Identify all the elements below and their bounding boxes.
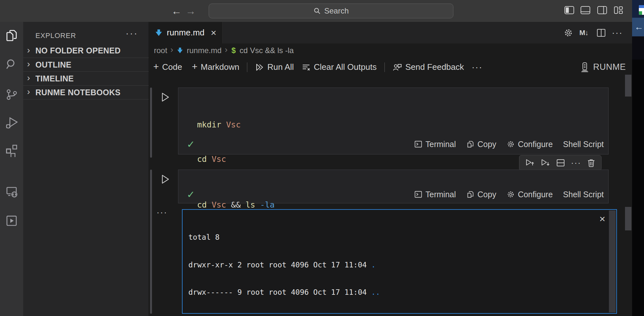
sidebar-sections: › NO FOLDER OPENED › OUTLINE › TIMELINE … <box>23 44 149 99</box>
chevron-right-icon: › <box>27 60 35 69</box>
copy-button[interactable]: Copy <box>466 140 496 149</box>
sidebar-more-actions-icon[interactable]: ··· <box>126 28 138 39</box>
output-scrollbar-thumb[interactable] <box>625 207 631 230</box>
cell-status-bar: Terminal Copy Configure Shell Script <box>414 190 604 199</box>
cell-hover-toolbar: ··· <box>519 155 601 171</box>
search-icon <box>313 7 321 15</box>
runme-panel-icon[interactable] <box>0 213 23 228</box>
execute-cell-and-below-icon[interactable] <box>541 158 550 167</box>
explorer-sidebar: EXPLORER ··· › NO FOLDER OPENED › OUTLIN… <box>23 22 149 316</box>
breadcrumb: root › runme.md › $ cd Vsc && ls -la <box>154 43 294 57</box>
chevron-right-icon: › <box>170 45 173 55</box>
notebook-settings-gear-icon[interactable] <box>563 28 574 38</box>
history-back-icon[interactable]: ← <box>170 3 183 19</box>
editor-more-actions-icon[interactable]: ··· <box>612 28 623 38</box>
cell-status-bar: Terminal Copy Configure Shell Script <box>414 140 604 149</box>
terminal-scrollbar[interactable] <box>609 210 616 312</box>
copy-button[interactable]: Copy <box>466 190 496 199</box>
toolbar-more-actions-icon[interactable]: ··· <box>472 62 483 72</box>
search-label: Search <box>324 6 349 15</box>
add-markdown-cell-button[interactable]: + Markdown <box>192 62 239 72</box>
runme-brand: RUNME <box>580 58 626 76</box>
editor-scrollbar-thumb[interactable] <box>625 75 631 97</box>
tab-runme-md[interactable]: runme.md × <box>149 22 223 43</box>
sidebar-section-runme-notebooks[interactable]: › RUNME NOTEBOOKS <box>23 85 149 99</box>
split-cell-icon[interactable] <box>556 159 565 167</box>
configure-button[interactable]: Configure <box>507 140 553 149</box>
run-all-button[interactable]: Run All <box>255 62 294 72</box>
toolbar-divider <box>384 62 385 72</box>
chevron-right-icon: › <box>27 46 35 55</box>
extensions-icon[interactable] <box>0 143 23 158</box>
chevron-right-icon: › <box>27 73 35 82</box>
cell-focus-indicator[interactable] <box>150 170 152 314</box>
back-arrow-icon: ← <box>634 22 643 32</box>
sidebar-section-outline[interactable]: › OUTLINE <box>23 58 149 71</box>
open-terminal-button[interactable]: Terminal <box>414 190 456 199</box>
clear-all-outputs-icon <box>302 63 311 72</box>
command-center-search[interactable]: Search <box>209 4 453 18</box>
plus-icon: + <box>192 62 198 71</box>
history-forward-icon[interactable]: → <box>184 3 197 19</box>
tab-label: runme.md <box>167 28 204 38</box>
plus-icon: + <box>153 62 159 71</box>
adjacent-window-content <box>632 60 644 316</box>
sidebar-title: EXPLORER <box>35 32 76 40</box>
toggle-panel-icon[interactable] <box>580 6 591 15</box>
configure-button[interactable]: Configure <box>507 190 553 199</box>
cell-language-label[interactable]: Shell Script <box>563 190 604 199</box>
customize-layout-icon[interactable] <box>613 6 624 15</box>
run-cell-button[interactable] <box>159 173 171 185</box>
cell-success-check-icon: ✓ <box>187 139 195 150</box>
run-cell-button[interactable] <box>159 91 171 103</box>
markdown-preview-icon[interactable]: M↓ <box>578 28 589 38</box>
chevron-right-icon: › <box>225 45 228 55</box>
chevron-right-icon: › <box>27 87 35 96</box>
cell-language-label[interactable]: Shell Script <box>563 140 604 149</box>
delete-cell-icon[interactable] <box>587 158 595 167</box>
more-actions-icon[interactable]: ··· <box>571 158 581 168</box>
cell-success-check-icon: ✓ <box>187 189 195 200</box>
calendar-app-icon <box>639 5 644 15</box>
breadcrumb-cell-command[interactable]: cd Vsc && ls -la <box>240 46 294 55</box>
cell-output-terminal[interactable]: total 8 drwxr-xr-x 2 root root 4096 Oct … <box>182 209 617 314</box>
breadcrumb-root[interactable]: root <box>154 46 167 55</box>
remote-explorer-icon[interactable] <box>0 184 23 199</box>
code-cell-1[interactable]: mkdir Vsc cd Vsc touch example.txt ✓ Ter… <box>178 88 609 154</box>
notebook-toolbar: + Code + Markdown Run All Clear All Ou <box>153 58 483 76</box>
cell-focus-indicator[interactable] <box>150 88 152 158</box>
split-editor-icon[interactable] <box>596 28 607 38</box>
send-feedback-icon <box>393 63 402 72</box>
runme-file-icon <box>155 28 163 37</box>
open-terminal-button[interactable]: Terminal <box>414 140 456 149</box>
search-view-icon[interactable] <box>0 57 23 72</box>
activity-bar <box>0 22 23 316</box>
sidebar-section-timeline[interactable]: › TIMELINE <box>23 71 149 85</box>
toolbar-divider <box>247 62 247 72</box>
execute-above-cells-icon[interactable] <box>525 158 535 167</box>
sidebar-section-no-folder-opened[interactable]: › NO FOLDER OPENED <box>23 44 149 58</box>
terminal-output-text: total 8 drwxr-xr-x 2 root root 4096 Oct … <box>188 214 616 316</box>
close-output-icon[interactable]: × <box>599 214 605 224</box>
tab-close-icon[interactable]: × <box>211 28 216 38</box>
runme-file-icon <box>176 47 184 54</box>
add-code-cell-button[interactable]: + Code <box>153 62 182 72</box>
breadcrumb-file[interactable]: runme.md <box>187 46 222 55</box>
runme-logo-icon <box>580 62 590 73</box>
run-all-icon <box>255 63 264 72</box>
vscode-window: ← → Search <box>0 0 644 316</box>
adjacent-window-body <box>632 36 644 60</box>
code-cell-2[interactable]: cd Vsc && ls -la ✓ Terminal Copy <box>178 170 609 203</box>
output-more-actions-icon[interactable]: ··· <box>156 207 167 218</box>
clear-all-outputs-button[interactable]: Clear All Outputs <box>302 62 377 72</box>
adjacent-window-toolbar: ← <box>632 18 644 36</box>
breadcrumb-shell-prompt: $ <box>232 46 236 55</box>
toggle-secondary-sidebar-icon[interactable] <box>597 6 608 15</box>
run-and-debug-icon[interactable] <box>0 115 23 131</box>
send-feedback-button[interactable]: Send Feedback <box>393 62 464 72</box>
explorer-icon[interactable] <box>0 28 23 43</box>
source-control-icon[interactable] <box>0 87 23 102</box>
toggle-primary-sidebar-icon[interactable] <box>564 6 575 15</box>
